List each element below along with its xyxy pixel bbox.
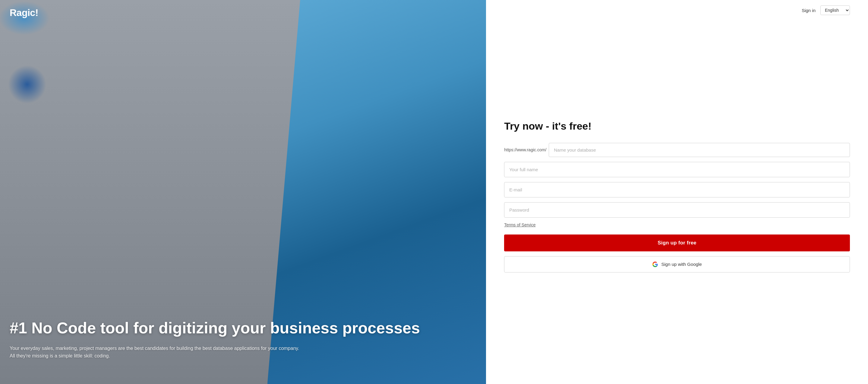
- language-selector[interactable]: English 繁體中文 简体中文 日本語: [820, 5, 850, 15]
- email-input[interactable]: [504, 182, 850, 197]
- fullname-input[interactable]: [504, 162, 850, 177]
- terms-of-service-link[interactable]: Terms of Service: [504, 222, 850, 227]
- hero-content: #1 No Code tool for digitizing your busi…: [10, 319, 450, 360]
- signup-form-container: Try now - it's free! https://www.ragic.c…: [504, 21, 850, 384]
- db-name-row: https://www.ragic.com/: [504, 143, 850, 157]
- hero-headline: #1 No Code tool for digitizing your busi…: [10, 319, 450, 337]
- top-bar: Sign in English 繁體中文 简体中文 日本語: [504, 0, 850, 21]
- signup-button[interactable]: Sign up for free: [504, 234, 850, 251]
- hero-subtext-line2: All they're missing is a simple little s…: [10, 353, 110, 358]
- db-name-input[interactable]: [549, 143, 850, 157]
- logo-text: Ragic!: [10, 7, 38, 18]
- google-signup-button[interactable]: Sign up with Google: [504, 256, 850, 273]
- right-panel: Sign in English 繁體中文 简体中文 日本語 Try now - …: [486, 0, 868, 384]
- hero-subtext: Your everyday sales, marketing, project …: [10, 345, 450, 360]
- form-title: Try now - it's free!: [504, 120, 850, 132]
- db-url-prefix: https://www.ragic.com/: [504, 148, 546, 152]
- hero-subtext-line1: Your everyday sales, marketing, project …: [10, 346, 299, 351]
- password-input[interactable]: [504, 202, 850, 218]
- logo: Ragic!: [10, 7, 38, 19]
- google-icon: [652, 261, 658, 267]
- left-panel: Ragic! #1 No Code tool for digitizing yo…: [0, 0, 486, 384]
- sign-in-link[interactable]: Sign in: [802, 8, 815, 13]
- google-signup-label: Sign up with Google: [661, 262, 702, 267]
